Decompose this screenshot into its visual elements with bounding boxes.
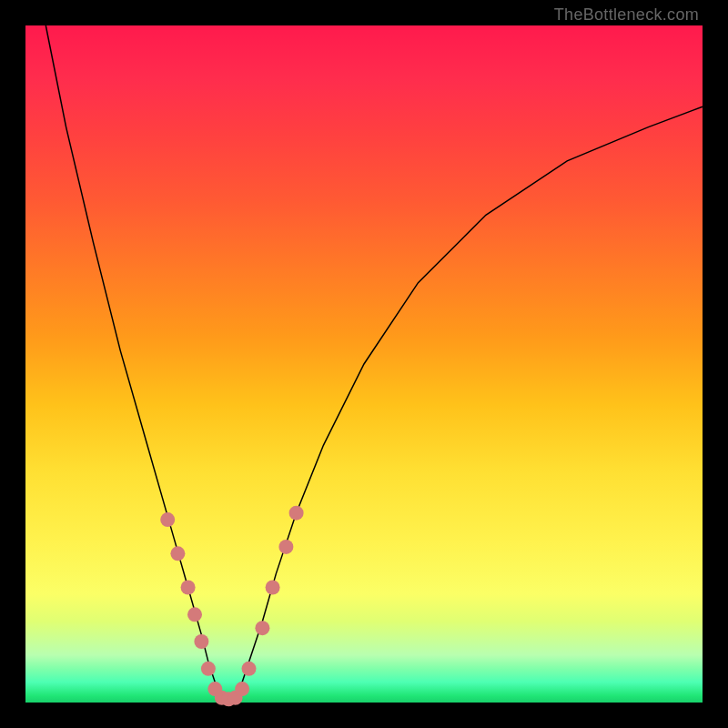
curve-path <box>46 25 703 699</box>
curve-marker <box>187 607 202 622</box>
bottleneck-curve <box>25 25 703 703</box>
curve-marker <box>255 621 269 635</box>
curve-marker <box>170 546 185 561</box>
marker-group <box>160 506 303 707</box>
curve-marker <box>201 662 216 676</box>
curve-marker <box>266 581 280 595</box>
curve-marker <box>235 682 249 696</box>
curve-marker <box>289 506 304 521</box>
chart-frame: TheBottleneck.com <box>0 0 728 728</box>
watermark: TheBottleneck.com <box>554 5 699 25</box>
curve-marker <box>242 662 257 676</box>
curve-marker <box>160 512 175 527</box>
plot-area <box>25 25 703 703</box>
curve-marker <box>181 581 196 595</box>
curve-marker <box>278 540 293 554</box>
curve-marker <box>194 634 208 649</box>
